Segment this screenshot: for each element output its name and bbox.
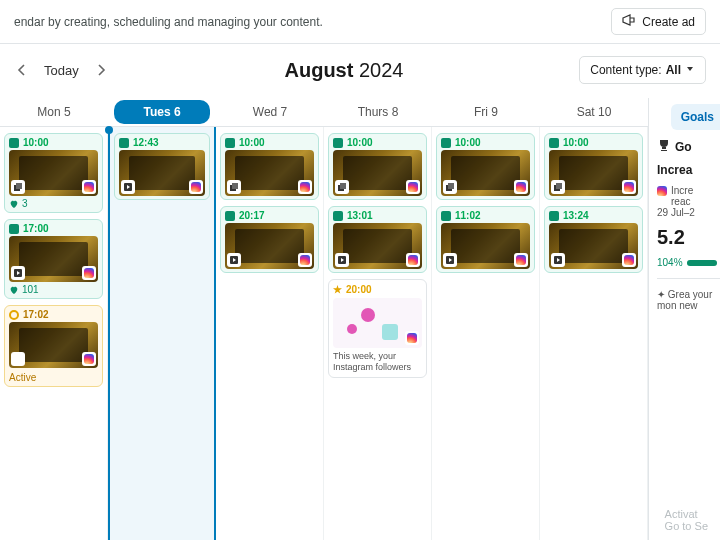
instagram-icon <box>514 253 528 267</box>
goals-sidebar: Goals Go Increa Incre reac 29 Jul–2 5.2 … <box>648 98 720 540</box>
scheduled-post-card[interactable]: 13:24 <box>544 206 643 273</box>
month-title: August 2024 <box>285 59 404 82</box>
scheduled-post-card[interactable]: 10:00 <box>220 133 319 200</box>
instagram-icon <box>405 331 419 345</box>
post-thumbnail <box>549 150 638 196</box>
insight-text: This week, your Instagram followers <box>333 351 422 373</box>
post-thumbnail <box>441 223 530 269</box>
post-time: 10:00 <box>563 137 589 148</box>
post-thumbnail <box>441 150 530 196</box>
goals-tab[interactable]: Goals <box>671 104 720 130</box>
post-likes: 101 <box>9 284 98 295</box>
instagram-icon <box>189 180 203 194</box>
day-column: 10:0011:02 <box>432 127 540 540</box>
caret-down-icon <box>685 63 695 77</box>
scheduled-post-card[interactable]: 13:01 <box>328 206 427 273</box>
scheduled-post-card[interactable]: 12:43 <box>114 133 210 200</box>
goal-percent: 104% <box>657 257 720 268</box>
goal-date: 29 Jul–2 <box>657 207 720 218</box>
post-type-icon <box>333 211 343 221</box>
scheduled-post-card[interactable]: 10:00 <box>436 133 535 200</box>
scheduled-post-card[interactable]: 20:17 <box>220 206 319 273</box>
today-button[interactable]: Today <box>44 63 79 78</box>
svg-rect-17 <box>687 260 717 266</box>
scheduled-post-card[interactable]: 10:00 <box>544 133 643 200</box>
post-status: Active <box>9 370 98 383</box>
post-type-icon <box>549 211 559 221</box>
scheduled-post-card[interactable]: 10:00 <box>328 133 427 200</box>
stack-icon <box>227 180 241 194</box>
reel-icon <box>335 253 349 267</box>
scheduled-post-card[interactable]: 10:003 <box>4 133 103 213</box>
star-icon: ★ <box>333 284 342 295</box>
subtitle-text: endar by creating, scheduling and managi… <box>14 15 323 29</box>
instagram-icon <box>514 180 528 194</box>
post-time: 10:00 <box>23 137 49 148</box>
stack-icon <box>443 180 457 194</box>
stack-icon <box>551 180 565 194</box>
insight-card[interactable]: ★20:00This week, your Instagram follower… <box>328 279 427 378</box>
content-type-filter[interactable]: Content type: All <box>579 56 706 84</box>
sparkle-icon: ✦ <box>657 289 668 300</box>
progress-bar-icon <box>687 257 717 268</box>
reel-icon <box>227 253 241 267</box>
instagram-icon <box>82 352 96 366</box>
instagram-icon <box>298 180 312 194</box>
post-type-icon <box>119 138 129 148</box>
post-time: 17:00 <box>23 223 49 234</box>
svg-rect-8 <box>340 183 346 189</box>
clock-icon <box>9 310 19 320</box>
day-column: 10:0013:24 <box>540 127 648 540</box>
post-thumbnail <box>9 150 98 196</box>
day-column: 12:43 <box>108 127 216 540</box>
post-thumbnail <box>333 223 422 269</box>
next-week-button[interactable] <box>93 62 109 78</box>
post-type-icon <box>225 211 235 221</box>
instagram-icon <box>82 180 96 194</box>
instagram-icon <box>622 180 636 194</box>
create-ad-button[interactable]: Create ad <box>611 8 706 35</box>
create-ad-label: Create ad <box>642 15 695 29</box>
post-time: 17:02 <box>23 309 49 320</box>
scheduled-post-card[interactable]: 11:02 <box>436 206 535 273</box>
post-thumbnail <box>9 322 98 368</box>
post-type-icon <box>9 138 19 148</box>
post-type-icon <box>441 138 451 148</box>
reel-icon <box>11 266 25 280</box>
post-time: 11:02 <box>455 210 481 221</box>
insight-time: 20:00 <box>346 284 372 295</box>
os-watermark: Activat Go to Se <box>665 508 708 532</box>
post-time: 13:01 <box>347 210 373 221</box>
goal-line-1: Incre <box>671 185 693 196</box>
trophy-icon <box>657 138 671 155</box>
day-header[interactable]: Thurs 8 <box>324 98 432 126</box>
day-header[interactable]: Sat 10 <box>540 98 648 126</box>
goal-line-2: reac <box>671 196 693 207</box>
prev-week-button[interactable] <box>14 62 30 78</box>
day-header[interactable]: Tues 6 <box>108 98 216 126</box>
goal-heading: Go <box>657 138 720 155</box>
day-header[interactable]: Wed 7 <box>216 98 324 126</box>
goal-metric: 5.2 <box>657 226 720 249</box>
insight-graphic <box>333 298 422 348</box>
post-type-icon <box>441 211 451 221</box>
post-time: 10:00 <box>239 137 265 148</box>
post-thumbnail <box>225 223 314 269</box>
post-thumbnail <box>119 150 205 196</box>
scheduled-post-card[interactable]: 17:00101 <box>4 219 103 299</box>
calendar-grid: Mon 5Tues 6Wed 7Thurs 8Fri 9Sat 10 10:00… <box>0 98 648 540</box>
scheduled-post-card[interactable]: 17:02Active <box>4 305 103 387</box>
post-likes: 3 <box>9 198 98 209</box>
day-header[interactable]: Mon 5 <box>0 98 108 126</box>
post-thumbnail <box>549 223 638 269</box>
post-thumbnail <box>333 150 422 196</box>
svg-rect-1 <box>16 183 22 189</box>
stack-icon <box>11 180 25 194</box>
reel-icon <box>443 253 457 267</box>
instagram-icon <box>298 253 312 267</box>
day-header[interactable]: Fri 9 <box>432 98 540 126</box>
post-time: 20:17 <box>239 210 265 221</box>
post-time: 13:24 <box>563 210 589 221</box>
svg-rect-5 <box>232 183 238 189</box>
post-time: 10:00 <box>347 137 373 148</box>
